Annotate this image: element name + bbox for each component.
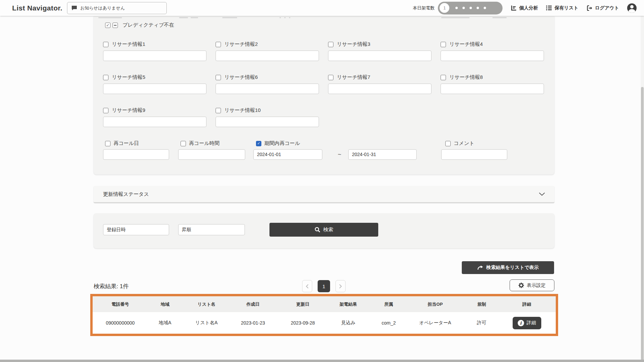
col-header-regulation: 規制 [462, 301, 502, 307]
detail-button-label: 詳細 [527, 320, 536, 326]
current-page-button[interactable]: 1 [318, 280, 330, 292]
notice-banner[interactable]: お知らせはありません [67, 2, 167, 14]
display-settings-label: 表示設定 [527, 282, 546, 289]
cutoff-text-remnant [441, 17, 470, 18]
sort-field-select[interactable]: 登録日時 [103, 224, 169, 235]
research-labels-row-2: リサーチ情報5 リサーチ情報6 リサーチ情報7 リサーチ情報8 [94, 74, 554, 81]
recall-time-label: 再コール時間 [189, 140, 220, 147]
update-status-section[interactable]: 更新情報ステータス [94, 186, 554, 203]
cutoff-text-remnant [492, 17, 507, 18]
research-4-checkbox[interactable] [441, 42, 446, 47]
research-7-label: リサーチ情報7 [337, 74, 370, 81]
research-dropdowns-row-3 [94, 117, 554, 127]
user-avatar-icon[interactable] [627, 3, 637, 13]
research-5-select[interactable] [103, 84, 206, 94]
daily-calls-label: 本日架電数 [413, 5, 434, 11]
display-settings-button[interactable]: 表示設定 [510, 279, 554, 291]
search-button[interactable]: 検索 [269, 223, 378, 237]
cutoff-text-remnant [284, 17, 286, 18]
comment-checkbox[interactable] [445, 141, 451, 146]
nav-label: 個人分析 [519, 5, 538, 11]
speech-bubble-icon [71, 5, 77, 10]
daily-calls-count: 1 [440, 3, 449, 13]
nav-label: ログアウト [595, 5, 619, 11]
research-4-label: リサーチ情報4 [449, 41, 483, 48]
recall-time-labelrow: 再コール時間 [181, 140, 220, 147]
filter-panel: プレディクティブ不在 リサーチ情報1 リサーチ情報2 リサーチ情報3 リサーチ情… [94, 16, 554, 175]
search-button-label: 検索 [323, 227, 333, 233]
research-3-label: リサーチ情報3 [337, 41, 370, 48]
research-labels-row-1: リサーチ情報1 リサーチ情報2 リサーチ情報3 リサーチ情報4 [94, 41, 554, 48]
research-3-checkbox[interactable] [328, 42, 333, 47]
nav-saved-lists[interactable]: 保有リスト [546, 5, 578, 11]
research-2-select[interactable] [216, 51, 319, 61]
research-6-checkbox[interactable] [216, 75, 221, 80]
research-dropdowns-row-1 [94, 51, 554, 61]
predictive-checkbox-indeterminate[interactable] [112, 23, 118, 28]
research-8-checkbox[interactable] [441, 75, 446, 80]
predictive-absence-row: プレディクティブ不在 [105, 22, 174, 28]
result-count: 検索結果: 1件 [94, 282, 129, 290]
research-9-checkbox[interactable] [103, 108, 108, 113]
research-6-select[interactable] [216, 84, 319, 94]
research-5-checkbox[interactable] [103, 75, 108, 80]
cell-list-name: リスト名A [185, 320, 228, 326]
research-1-select[interactable] [103, 51, 206, 61]
research-6-label: リサーチ情報6 [224, 74, 258, 81]
col-header-phone: 電話番号 [95, 301, 145, 307]
cell-regulation: 許可 [462, 320, 502, 326]
nav-logout[interactable]: ログアウト [586, 5, 619, 11]
period-recall-checkbox[interactable] [256, 141, 261, 146]
research-1-checkbox[interactable] [103, 42, 108, 47]
research-2-label: リサーチ情報2 [224, 41, 258, 48]
progress-dot [484, 7, 486, 9]
period-to-input[interactable]: 2024-01-31 [348, 149, 417, 160]
col-header-region: 地域 [145, 301, 185, 307]
comment-label: コメント [454, 140, 474, 147]
nav-personal-analysis[interactable]: 個人分析 [511, 5, 538, 11]
period-separator: ~ [333, 149, 346, 160]
prev-page-button[interactable] [302, 280, 312, 292]
cell-created: 2023-01-23 [228, 320, 278, 326]
recall-date-input[interactable] [103, 149, 169, 160]
recall-time-checkbox[interactable] [181, 141, 186, 146]
page: List Navigator. お知らせはありません 本日架電数 1 [0, 0, 644, 362]
pagination: 1 [302, 280, 346, 292]
chevron-left-icon [306, 284, 309, 289]
scrollbar-thumb[interactable] [641, 87, 644, 362]
logout-icon [586, 5, 592, 11]
col-header-call-result: 架電結果 [328, 301, 369, 307]
cell-call-result: 見込み [328, 320, 369, 326]
research-7-select[interactable] [328, 84, 431, 94]
period-from-input[interactable]: 2024-01-01 [253, 149, 322, 160]
recall-date-label: 再コール日 [114, 140, 139, 147]
research-4-select[interactable] [441, 51, 544, 61]
research-9-select[interactable] [103, 117, 206, 127]
research-8-select[interactable] [441, 84, 544, 94]
predictive-label: プレディクティブ不在 [123, 22, 174, 28]
research-10-checkbox[interactable] [216, 108, 221, 113]
detail-button[interactable]: 詳細 [513, 317, 541, 329]
period-recall-labelrow: 期間内再コール [256, 140, 300, 147]
cell-region: 地域A [145, 320, 185, 326]
info-icon [518, 320, 524, 326]
research-7-checkbox[interactable] [328, 75, 333, 80]
scrollbar-track[interactable] [641, 0, 644, 362]
research-3-select[interactable] [328, 51, 431, 61]
bar-chart-icon [511, 5, 517, 11]
recall-time-input[interactable] [178, 149, 245, 160]
research-10-select[interactable] [216, 117, 319, 127]
cutoff-text-remnant [179, 17, 188, 18]
research-2-checkbox[interactable] [216, 42, 221, 47]
predictive-checkbox-checked[interactable] [105, 23, 110, 28]
col-header-list-name: リスト名 [185, 301, 228, 307]
app-logo[interactable]: List Navigator. [12, 4, 62, 12]
recall-date-checkbox[interactable] [105, 141, 110, 146]
show-results-as-list-button[interactable]: 検索結果をリストで表示 [462, 261, 554, 274]
period-recall-label: 期間内再コール [264, 140, 300, 147]
comment-input[interactable] [441, 149, 507, 160]
comment-labelrow: コメント [445, 140, 474, 147]
cutoff-text-remnant [222, 17, 237, 18]
next-page-button[interactable] [335, 280, 346, 292]
sort-order-select[interactable]: 昇順 [178, 224, 245, 235]
